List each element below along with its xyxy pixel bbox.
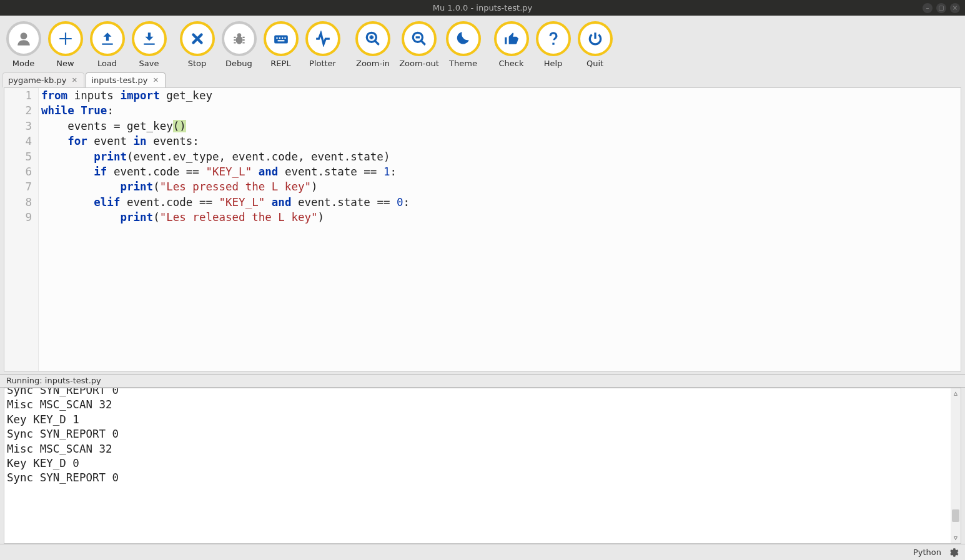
tool-label: Load: [97, 59, 117, 68]
code-line[interactable]: while True:: [39, 103, 961, 118]
editor-tab[interactable]: pygame-kb.py✕: [2, 72, 84, 87]
code-line[interactable]: print("Les released the L key"): [39, 210, 961, 225]
line-number: 5: [4, 149, 32, 164]
line-number: 9: [4, 210, 32, 225]
theme-button[interactable]: Theme: [442, 17, 484, 71]
tool-label: Plotter: [309, 59, 336, 68]
status-mode: Python: [913, 548, 941, 557]
thumb-icon: [494, 21, 529, 56]
tool-label: REPL: [270, 59, 290, 68]
zoomout-button[interactable]: Zoom-out: [396, 17, 442, 71]
statusbar: Python: [0, 544, 965, 560]
code-line[interactable]: for event in events:: [39, 134, 961, 149]
plotter-button[interactable]: Plotter: [302, 17, 344, 71]
tab-label: pygame-kb.py: [8, 76, 66, 85]
code-editor[interactable]: 123456789 from inputs import get_keywhil…: [4, 87, 961, 371]
svg-rect-5: [279, 37, 280, 38]
tool-label: New: [56, 59, 74, 68]
scroll-thumb[interactable]: [952, 509, 959, 522]
download-icon: [132, 21, 167, 56]
scroll-down-button[interactable]: ▽: [951, 533, 961, 543]
window-title: Mu 1.0.0 - inputs-test.py: [433, 3, 533, 12]
close-button[interactable]: ×: [950, 3, 960, 13]
output-scrollbar[interactable]: △ ▽: [951, 388, 961, 543]
tool-label: Zoom-in: [356, 59, 390, 68]
toolbar: ModeNewLoadSaveStopDebugREPLPlotterZoom-…: [0, 16, 965, 72]
debug-button[interactable]: Debug: [218, 17, 260, 71]
titlebar: Mu 1.0.0 - inputs-test.py – ▢ ×: [0, 0, 965, 16]
svg-rect-7: [284, 37, 285, 38]
tool-label: Theme: [449, 59, 477, 68]
tool-label: Zoom-out: [399, 59, 439, 68]
zoomin-button[interactable]: Zoom-in: [350, 17, 396, 71]
line-number: 7: [4, 179, 32, 194]
scroll-up-button[interactable]: △: [951, 388, 961, 398]
svg-point-0: [20, 32, 27, 39]
pulse-icon: [305, 21, 340, 56]
code-line[interactable]: events = get_key(): [39, 119, 961, 134]
code-line[interactable]: if event.code == "KEY_L" and event.state…: [39, 164, 961, 179]
svg-point-2: [237, 33, 241, 37]
tool-label: Check: [499, 59, 524, 68]
upload-icon: [90, 21, 125, 56]
line-number: 6: [4, 164, 32, 179]
svg-rect-8: [277, 40, 284, 41]
tool-label: Save: [139, 59, 159, 68]
question-icon: [536, 21, 571, 56]
repl-button[interactable]: REPL: [260, 17, 302, 71]
stop-button[interactable]: Stop: [176, 17, 218, 71]
power-icon: [578, 21, 613, 56]
code-line[interactable]: print("Les pressed the L key"): [39, 179, 961, 194]
tab-label: inputs-test.py: [91, 76, 147, 85]
help-button[interactable]: Help: [532, 17, 574, 71]
code-area[interactable]: from inputs import get_keywhile True: ev…: [39, 88, 961, 371]
close-icon[interactable]: ✕: [151, 76, 160, 85]
code-line[interactable]: print(event.ev_type, event.code, event.s…: [39, 149, 961, 164]
code-line[interactable]: elif event.code == "KEY_L" and event.sta…: [39, 195, 961, 210]
line-number: 2: [4, 103, 32, 118]
svg-rect-3: [274, 35, 288, 43]
stop-icon: [180, 21, 215, 56]
output-panel[interactable]: Sync SYN_REPORT 0 Misc MSC_SCAN 32 Key K…: [4, 388, 961, 544]
save-button[interactable]: Save: [128, 17, 170, 71]
mode-icon: [6, 21, 41, 56]
quit-button[interactable]: Quit: [574, 17, 616, 71]
output-text[interactable]: Sync SYN_REPORT 0 Misc MSC_SCAN 32 Key K…: [7, 388, 948, 486]
svg-rect-4: [276, 37, 277, 38]
new-button[interactable]: New: [44, 17, 86, 71]
tool-label: Quit: [586, 59, 603, 68]
gear-icon[interactable]: [948, 547, 959, 558]
maximize-button[interactable]: ▢: [936, 3, 946, 13]
line-number: 1: [4, 88, 32, 103]
zoomin-icon: [355, 21, 390, 56]
plus-icon: [48, 21, 83, 56]
editor-tab[interactable]: inputs-test.py✕: [86, 72, 166, 87]
tabbar: pygame-kb.py✕inputs-test.py✕: [0, 72, 965, 87]
line-number: 3: [4, 119, 32, 134]
window-controls: – ▢ ×: [923, 3, 960, 13]
tool-label: Mode: [12, 59, 34, 68]
line-gutter: 123456789: [4, 88, 39, 371]
line-number: 4: [4, 134, 32, 149]
tool-label: Help: [544, 59, 563, 68]
line-number: 8: [4, 195, 32, 210]
mode-button[interactable]: Mode: [2, 17, 44, 71]
minimize-button[interactable]: –: [923, 3, 933, 13]
svg-rect-6: [282, 37, 283, 38]
code-line[interactable]: from inputs import get_key: [39, 88, 961, 103]
runner-header: Running: inputs-test.py: [0, 374, 965, 388]
bug-icon: [222, 21, 257, 56]
zoomout-icon: [402, 21, 437, 56]
load-button[interactable]: Load: [86, 17, 128, 71]
moon-icon: [446, 21, 481, 56]
close-icon[interactable]: ✕: [70, 76, 79, 85]
tool-label: Stop: [188, 59, 207, 68]
check-button[interactable]: Check: [490, 17, 532, 71]
keyboard-icon: [264, 21, 299, 56]
tool-label: Debug: [225, 59, 252, 68]
